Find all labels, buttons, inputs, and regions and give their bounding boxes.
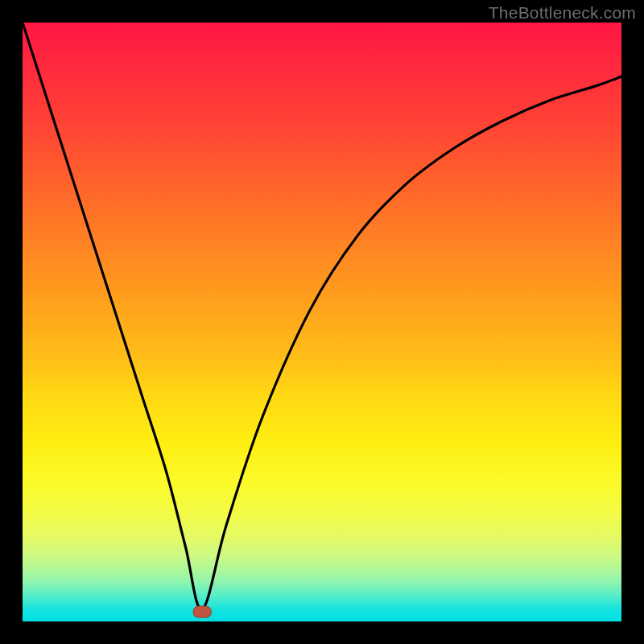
curve-layer: [23, 23, 621, 621]
chart-frame: TheBottleneck.com: [0, 0, 644, 644]
bottleneck-curve-path: [23, 23, 621, 609]
watermark-text: TheBottleneck.com: [489, 3, 636, 23]
minimum-marker: [193, 606, 211, 617]
plot-area: [23, 23, 621, 621]
